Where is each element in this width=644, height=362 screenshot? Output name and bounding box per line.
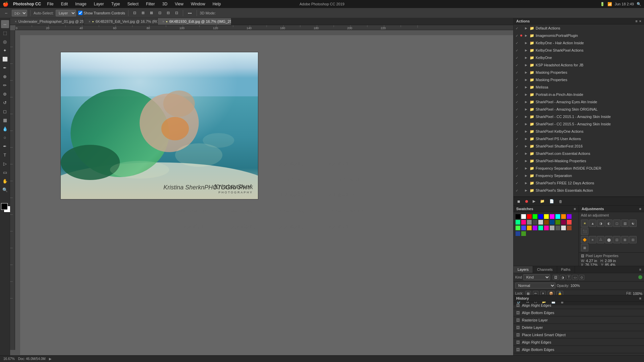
- play-btn[interactable]: ▶: [531, 198, 537, 204]
- menu-filter[interactable]: Filter: [145, 1, 156, 7]
- swatches-grid[interactable]: [514, 212, 579, 238]
- menu-window[interactable]: Window: [190, 1, 207, 7]
- swatch-8[interactable]: [561, 214, 566, 219]
- channel-mix-icon[interactable]: ≡: [589, 236, 596, 243]
- history-item-2[interactable]: 🖼Rasterize Layer: [514, 316, 644, 324]
- doc-tab-close-2[interactable]: ×: [162, 20, 164, 23]
- actions-panel-close[interactable]: ×: [639, 19, 641, 23]
- history-item-1[interactable]: 🖼Align Bottom Edges: [514, 309, 644, 316]
- action-row-17[interactable]: ✓▶📁SharkPixel.com Essential Actions: [514, 150, 644, 157]
- action-row-19[interactable]: ✓▶📁Frequency Separation INSIDE FOLDER: [514, 165, 644, 172]
- record-btn[interactable]: [524, 198, 530, 204]
- action-row-18[interactable]: ✓▶📁SharkPixel-Masking Properties: [514, 157, 644, 165]
- swatch-5[interactable]: [544, 214, 549, 219]
- action-row-12[interactable]: ✓▶📁SharkPixel - CC 2015.1 - Amazing Skin…: [514, 113, 644, 120]
- blend-mode-select[interactable]: Normal Multiply Screen Overlay Soft Ligh…: [515, 283, 555, 289]
- action-row-0[interactable]: ✓▶📁Default Actions: [514, 24, 644, 32]
- filter-smart-btn[interactable]: ⊙: [579, 275, 584, 280]
- align-right[interactable]: ⊠: [148, 10, 155, 16]
- menu-view[interactable]: View: [173, 1, 185, 7]
- gradient-tool-icon[interactable]: ▦: [1, 116, 9, 124]
- action-row-5[interactable]: ✓▶📁KSP Headshot Actions for JB: [514, 61, 644, 69]
- color-balance-icon[interactable]: ☯: [629, 220, 637, 227]
- shape-tool-icon[interactable]: ▭: [1, 168, 9, 176]
- action-row-4[interactable]: ✓▶📁KelbyOne: [514, 54, 644, 61]
- filter-toggle[interactable]: [638, 275, 642, 279]
- swatch-16[interactable]: [550, 220, 554, 225]
- history-item-6[interactable]: 🖼Align Bottom Edges: [514, 346, 644, 353]
- swatch-20[interactable]: [516, 226, 520, 230]
- action-row-9[interactable]: ✓▶📁Portrait-in-a-Pinch-Atn-Inside: [514, 91, 644, 98]
- canvas-content[interactable]: 人人素材社区人人素材社区人人素材社区人人素材社区 www.rrcns.comww…: [20, 35, 513, 355]
- doc-tab-0[interactable]: × Underwater_Photographer_01.jpg @ 25% (…: [10, 18, 84, 25]
- tab-paths[interactable]: Paths: [557, 266, 575, 273]
- align-top[interactable]: ⊡: [157, 10, 163, 16]
- more-options[interactable]: •••: [186, 10, 194, 16]
- selective-color-icon[interactable]: ⊠: [581, 244, 588, 251]
- canvas-area[interactable]: × Underwater_Photographer_01.jpg @ 25% (…: [10, 18, 513, 355]
- lasso-tool-icon[interactable]: ◎: [1, 38, 9, 46]
- action-row-14[interactable]: ✓▶📁SharkPixel KelbyOne Actions: [514, 128, 644, 135]
- brightness-adj-icon[interactable]: ☀: [581, 220, 588, 227]
- move-tool-icon[interactable]: ↔: [1, 20, 9, 28]
- action-row-7[interactable]: ✓▶📁Masking Properties: [514, 76, 644, 83]
- menu-help[interactable]: Help: [211, 1, 222, 7]
- show-transform-checkbox[interactable]: [78, 11, 83, 15]
- show-transform-label[interactable]: Show Transform Controls: [78, 11, 125, 15]
- gradient-map-icon[interactable]: ⊟: [629, 236, 637, 243]
- adjustments-menu[interactable]: ≡: [639, 207, 641, 211]
- mode-select[interactable]: ▷▷: [12, 10, 27, 16]
- swatches-menu[interactable]: ≡: [574, 207, 576, 211]
- tab-channels[interactable]: Channels: [533, 266, 557, 273]
- canvas-image[interactable]: Kristina Sherk PHOTOGRAPHY: [60, 52, 258, 199]
- swatch-10[interactable]: [516, 220, 520, 225]
- menu-image[interactable]: Image: [74, 1, 88, 7]
- swatch-22[interactable]: [527, 226, 532, 230]
- action-row-22[interactable]: ✓▶📁SharkPixel's Skin Essentials Action: [514, 187, 644, 194]
- align-left[interactable]: ⊡: [131, 10, 138, 16]
- auto-select-type[interactable]: Layer Group: [56, 10, 76, 16]
- posterize-icon[interactable]: ⊡: [613, 236, 621, 243]
- doc-tab-close-1[interactable]: ×: [89, 20, 91, 23]
- pen-tool-icon[interactable]: ✒: [1, 142, 9, 150]
- vibrance-adj-icon[interactable]: ◻: [613, 220, 621, 227]
- doc-tab-close-0[interactable]: ×: [15, 20, 17, 23]
- swatch-27[interactable]: [555, 226, 560, 230]
- action-row-2[interactable]: ✓▶📁KelbyOne - Hair Action Inside: [514, 39, 644, 47]
- action-row-1[interactable]: ✓▶📁ImagenomicPortraitPlugin: [514, 32, 644, 39]
- curves-adj-icon[interactable]: ◑: [597, 220, 604, 227]
- new-action-btn[interactable]: 📄: [548, 198, 556, 204]
- filter-type-btn[interactable]: T: [567, 275, 571, 280]
- canvas-viewport[interactable]: 人人素材社区人人素材社区人人素材社区人人素材社区 www.rrcns.comww…: [10, 30, 513, 350]
- clone-stamp-icon[interactable]: ⊚: [1, 90, 9, 98]
- photo-filter-icon[interactable]: 🔶: [581, 236, 588, 243]
- history-item-0[interactable]: 🖼Align Right Edges: [514, 302, 644, 309]
- exposure-adj-icon[interactable]: ◐: [605, 220, 612, 227]
- action-row-3[interactable]: ✓▶📁KelbyOne SharkPixel Actions: [514, 47, 644, 54]
- blur-tool-icon[interactable]: 💧: [1, 125, 9, 133]
- swatch-7[interactable]: [555, 214, 560, 219]
- swatch-14[interactable]: [538, 220, 543, 225]
- fg-bg-colors[interactable]: [1, 203, 9, 213]
- foreground-color[interactable]: [1, 203, 8, 210]
- healing-brush-icon[interactable]: ⊕: [1, 72, 9, 80]
- menu-3d[interactable]: 3D: [161, 1, 169, 7]
- history-menu[interactable]: ≡: [639, 296, 641, 300]
- filter-adjust-btn[interactable]: ◑: [560, 275, 566, 280]
- action-row-8[interactable]: ✓▶📁Melissa: [514, 83, 644, 91]
- doc-tab-1[interactable]: × ● 6K4B2878_Edt_Vert.jpg @ 16.7% (RGB/8…: [84, 18, 158, 25]
- history-item-3[interactable]: 🖼Delete Layer: [514, 324, 644, 331]
- action-row-11[interactable]: ✓▶📁SharkPixel - Amazing Skin ORIGINAL: [514, 106, 644, 113]
- swatch-15[interactable]: [544, 220, 549, 225]
- swatch-6[interactable]: [550, 214, 554, 219]
- action-row-15[interactable]: ✓▶📁SharkPixel PS User Actions: [514, 135, 644, 142]
- delete-action-btn[interactable]: 🗑: [557, 199, 564, 204]
- align-center-v[interactable]: ⊟: [165, 10, 171, 16]
- swatch-12[interactable]: [527, 220, 532, 225]
- move-tool[interactable]: ↔: [3, 10, 10, 16]
- crop-tool-icon[interactable]: ⬜: [1, 55, 9, 63]
- action-row-20[interactable]: ✓▶📁Frequency Separation: [514, 172, 644, 179]
- swatch-9[interactable]: [567, 214, 572, 219]
- brush-tool-icon[interactable]: ✏: [1, 81, 9, 89]
- dodge-tool-icon[interactable]: ○: [1, 133, 9, 141]
